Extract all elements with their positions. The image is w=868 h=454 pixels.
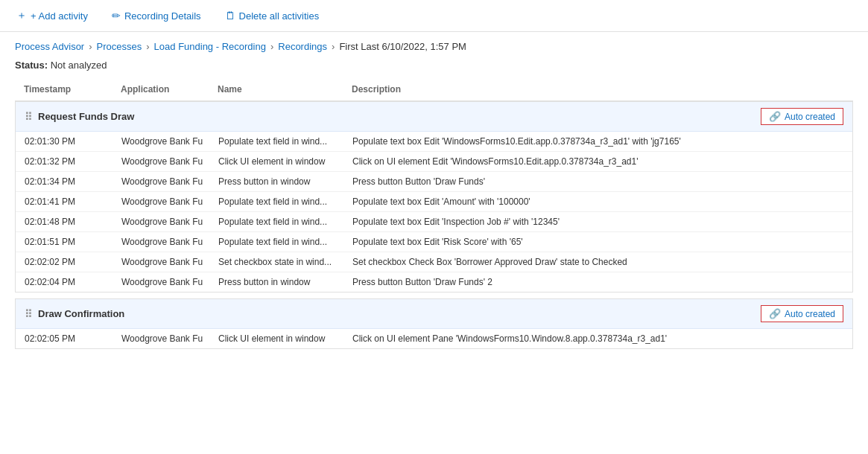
auto-created-label-1: Auto created	[785, 309, 835, 319]
group-header-0: ⠿Request Funds Draw🔗Auto created	[16, 102, 852, 132]
drag-handle-icon[interactable]: ⠿	[25, 111, 32, 123]
cell-application: Woodgrove Bank Fu	[121, 176, 218, 187]
cell-timestamp: 02:02:05 PM	[25, 333, 121, 344]
group-title-0: ⠿Request Funds Draw	[25, 111, 134, 123]
cell-application: Woodgrove Bank Fu	[121, 277, 218, 287]
cell-description: Click on UI element Pane 'WindowsForms10…	[352, 333, 724, 344]
cell-description: Press button Button 'Draw Funds'	[352, 176, 724, 187]
activity-group-1: ⠿Draw Confirmation🔗Auto created02:02:05 …	[15, 298, 853, 349]
breadcrumb-sep-1: ›	[89, 41, 92, 52]
table-row[interactable]: 02:01:30 PMWoodgrove Bank FuPopulate tex…	[16, 132, 852, 152]
cell-name: Populate text field in wind...	[218, 136, 352, 147]
breadcrumb-load-funding[interactable]: Load Funding - Recording	[154, 41, 266, 52]
table-row[interactable]: 02:01:48 PMWoodgrove Bank FuPopulate tex…	[16, 212, 852, 232]
cell-application: Woodgrove Bank Fu	[121, 196, 218, 207]
activity-group-0: ⠿Request Funds Draw🔗Auto created02:01:30…	[15, 101, 853, 292]
table-row[interactable]: 02:01:51 PMWoodgrove Bank FuPopulate tex…	[16, 232, 852, 252]
cell-timestamp: 02:01:32 PM	[25, 156, 121, 167]
cell-description: Populate text box Edit 'Inspection Job #…	[352, 217, 724, 227]
status-bar: Status: Not analyzed	[0, 55, 868, 78]
breadcrumb-recordings[interactable]: Recordings	[278, 41, 327, 52]
col-description-header: Description	[352, 84, 725, 95]
breadcrumb-current: First Last 6/10/2022, 1:57 PM	[339, 41, 466, 52]
breadcrumb: Process Advisor › Processes › Load Fundi…	[0, 32, 868, 55]
cell-description: Set checkbox Check Box 'Borrower Approve…	[352, 257, 724, 267]
cell-timestamp: 02:01:34 PM	[25, 176, 121, 187]
table-row[interactable]: 02:01:41 PMWoodgrove Bank FuPopulate tex…	[16, 192, 852, 212]
table-row[interactable]: 02:01:32 PMWoodgrove Bank FuClick UI ele…	[16, 152, 852, 172]
edit-icon: ✏	[112, 10, 121, 22]
cell-timestamp: 02:01:51 PM	[25, 237, 121, 247]
recording-details-button[interactable]: ✏ Recording Details	[107, 7, 206, 25]
cell-timestamp: 02:01:41 PM	[25, 196, 121, 207]
table-header: Timestamp Application Name Description	[15, 78, 853, 101]
group-title-1: ⠿Draw Confirmation	[25, 308, 124, 320]
cell-description: Click on UI element Edit 'WindowsForms10…	[352, 156, 724, 167]
delete-icon: 🗒	[225, 10, 235, 22]
auto-created-badge-1: 🔗Auto created	[761, 305, 843, 322]
cell-name: Press button in window	[218, 176, 352, 187]
cell-name: Press button in window	[218, 277, 352, 287]
breadcrumb-process-advisor[interactable]: Process Advisor	[15, 41, 84, 52]
cell-timestamp: 02:02:02 PM	[25, 257, 121, 267]
cell-name: Populate text field in wind...	[218, 217, 352, 227]
delete-all-label: Delete all activities	[239, 10, 320, 22]
group-title-text-1: Draw Confirmation	[38, 308, 124, 319]
table-row[interactable]: 02:02:05 PMWoodgrove Bank FuClick UI ele…	[16, 329, 852, 348]
main-content: Timestamp Application Name Description ⠿…	[0, 78, 868, 370]
col-name-header: Name	[218, 84, 352, 95]
cell-name: Set checkbox state in wind...	[218, 257, 352, 267]
table-row[interactable]: 02:02:02 PMWoodgrove Bank FuSet checkbox…	[16, 252, 852, 272]
drag-handle-icon[interactable]: ⠿	[25, 308, 32, 320]
status-label: Status:	[15, 60, 48, 71]
col-application-header: Application	[121, 84, 218, 95]
cell-description: Press button Button 'Draw Funds' 2	[352, 277, 724, 287]
col-badge-header	[725, 84, 844, 95]
col-timestamp-header: Timestamp	[24, 84, 121, 95]
add-activity-button[interactable]: ＋ + Add activity	[12, 6, 92, 25]
breadcrumb-sep-4: ›	[332, 41, 335, 52]
cell-name: Click UI element in window	[218, 156, 352, 167]
status-value: Not analyzed	[51, 60, 107, 71]
activity-groups-container: ⠿Request Funds Draw🔗Auto created02:01:30…	[15, 101, 853, 349]
cell-application: Woodgrove Bank Fu	[121, 217, 218, 227]
group-title-text-0: Request Funds Draw	[38, 111, 134, 122]
toolbar: ＋ + Add activity ✏ Recording Details 🗒 D…	[0, 0, 868, 32]
cell-application: Woodgrove Bank Fu	[121, 136, 218, 147]
cell-application: Woodgrove Bank Fu	[121, 237, 218, 247]
table-row[interactable]: 02:01:34 PMWoodgrove Bank FuPress button…	[16, 172, 852, 192]
delete-all-button[interactable]: 🗒 Delete all activities	[221, 7, 324, 25]
recording-details-label: Recording Details	[124, 10, 201, 22]
add-icon: ＋	[16, 9, 27, 22]
cell-application: Woodgrove Bank Fu	[121, 333, 218, 344]
table-row[interactable]: 02:02:04 PMWoodgrove Bank FuPress button…	[16, 272, 852, 292]
cell-name: Populate text field in wind...	[218, 196, 352, 207]
breadcrumb-sep-2: ›	[146, 41, 149, 52]
cell-timestamp: 02:01:30 PM	[25, 136, 121, 147]
auto-created-icon: 🔗	[769, 111, 781, 122]
cell-name: Populate text field in wind...	[218, 237, 352, 247]
cell-timestamp: 02:01:48 PM	[25, 217, 121, 227]
auto-created-badge-0: 🔗Auto created	[761, 108, 843, 125]
auto-created-label-0: Auto created	[785, 112, 835, 122]
auto-created-icon: 🔗	[769, 308, 781, 319]
cell-timestamp: 02:02:04 PM	[25, 277, 121, 287]
cell-description: Populate text box Edit 'WindowsForms10.E…	[352, 136, 724, 147]
breadcrumb-sep-3: ›	[270, 41, 273, 52]
group-header-1: ⠿Draw Confirmation🔗Auto created	[16, 299, 852, 329]
cell-description: Populate text box Edit 'Risk Score' with…	[352, 237, 724, 247]
cell-application: Woodgrove Bank Fu	[121, 156, 218, 167]
add-activity-label: + Add activity	[31, 10, 88, 22]
breadcrumb-processes[interactable]: Processes	[97, 41, 142, 52]
cell-application: Woodgrove Bank Fu	[121, 257, 218, 267]
cell-name: Click UI element in window	[218, 333, 352, 344]
cell-description: Populate text box Edit 'Amount' with '10…	[352, 196, 724, 207]
